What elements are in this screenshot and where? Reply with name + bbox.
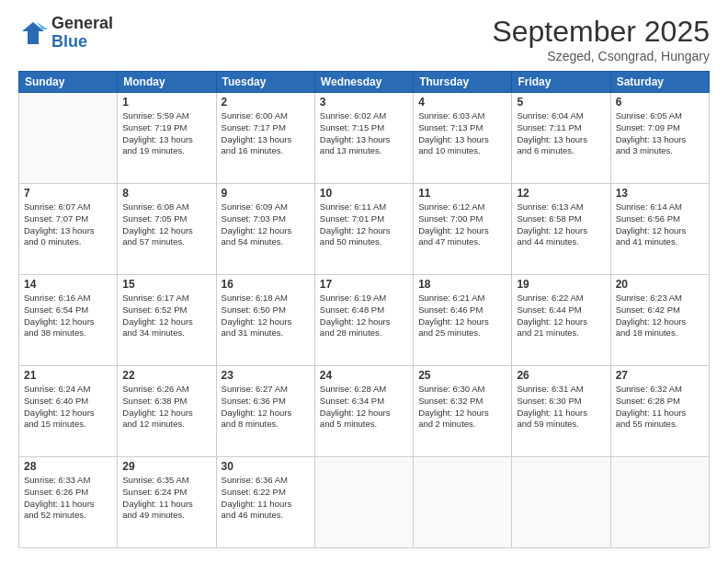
day-number: 15 (122, 278, 210, 291)
day-number: 30 (222, 460, 310, 473)
day-info: Sunrise: 6:07 AM Sunset: 7:07 PM Dayligh… (24, 201, 112, 248)
day-info: Sunrise: 6:14 AM Sunset: 6:56 PM Dayligh… (616, 201, 704, 248)
day-info: Sunrise: 6:17 AM Sunset: 6:52 PM Dayligh… (122, 293, 210, 339)
day-number: 5 (517, 96, 605, 109)
col-saturday: Saturday (610, 72, 709, 93)
calendar-cell: 2Sunrise: 6:00 AM Sunset: 7:17 PM Daylig… (216, 93, 314, 184)
logo-icon (18, 18, 48, 48)
day-info: Sunrise: 6:05 AM Sunset: 7:09 PM Dayligh… (616, 110, 704, 157)
calendar-cell: 9Sunrise: 6:09 AM Sunset: 7:03 PM Daylig… (216, 184, 314, 275)
col-monday: Monday (118, 72, 216, 93)
calendar-week-row: 7Sunrise: 6:07 AM Sunset: 7:07 PM Daylig… (19, 184, 710, 275)
day-number: 21 (24, 369, 112, 382)
day-number: 3 (320, 96, 408, 109)
day-info: Sunrise: 6:32 AM Sunset: 6:28 PM Dayligh… (616, 384, 704, 431)
day-number: 20 (616, 278, 704, 291)
calendar-cell: 19Sunrise: 6:22 AM Sunset: 6:44 PM Dayli… (512, 275, 610, 366)
day-number: 7 (24, 187, 112, 200)
title-block: September 2025 Szeged, Csongrad, Hungary (492, 15, 710, 63)
calendar-cell (610, 457, 709, 548)
calendar: Sunday Monday Tuesday Wednesday Thursday… (18, 71, 710, 548)
logo-general: General (51, 15, 113, 33)
calendar-cell: 4Sunrise: 6:03 AM Sunset: 7:13 PM Daylig… (414, 93, 512, 184)
day-number: 26 (517, 369, 605, 382)
day-info: Sunrise: 6:26 AM Sunset: 6:38 PM Dayligh… (122, 384, 210, 431)
day-number: 22 (122, 369, 210, 382)
day-number: 18 (418, 278, 506, 291)
day-info: Sunrise: 6:09 AM Sunset: 7:03 PM Dayligh… (222, 201, 310, 248)
calendar-cell: 30Sunrise: 6:36 AM Sunset: 6:22 PM Dayli… (216, 457, 314, 548)
day-number: 14 (24, 278, 112, 291)
calendar-cell: 17Sunrise: 6:19 AM Sunset: 6:48 PM Dayli… (314, 275, 413, 366)
location-subtitle: Szeged, Csongrad, Hungary (492, 49, 710, 63)
logo-blue: Blue (51, 33, 113, 52)
day-number: 28 (24, 460, 112, 473)
day-number: 19 (517, 278, 605, 291)
day-info: Sunrise: 6:12 AM Sunset: 7:00 PM Dayligh… (418, 201, 506, 248)
calendar-week-row: 14Sunrise: 6:16 AM Sunset: 6:54 PM Dayli… (19, 275, 710, 366)
day-info: Sunrise: 6:28 AM Sunset: 6:34 PM Dayligh… (320, 384, 408, 431)
day-info: Sunrise: 6:33 AM Sunset: 6:26 PM Dayligh… (24, 475, 112, 522)
calendar-cell: 6Sunrise: 6:05 AM Sunset: 7:09 PM Daylig… (610, 93, 709, 184)
day-info: Sunrise: 6:04 AM Sunset: 7:11 PM Dayligh… (517, 110, 605, 157)
day-number: 25 (418, 369, 506, 382)
col-tuesday: Tuesday (216, 72, 314, 93)
calendar-cell: 23Sunrise: 6:27 AM Sunset: 6:36 PM Dayli… (216, 366, 314, 457)
day-number: 8 (122, 187, 210, 200)
header: General Blue September 2025 Szeged, Cson… (18, 15, 710, 63)
day-info: Sunrise: 5:59 AM Sunset: 7:19 PM Dayligh… (122, 110, 210, 157)
calendar-cell: 24Sunrise: 6:28 AM Sunset: 6:34 PM Dayli… (314, 366, 413, 457)
col-wednesday: Wednesday (314, 72, 413, 93)
calendar-cell: 1Sunrise: 5:59 AM Sunset: 7:19 PM Daylig… (118, 93, 216, 184)
calendar-cell: 14Sunrise: 6:16 AM Sunset: 6:54 PM Dayli… (19, 275, 118, 366)
day-number: 29 (122, 460, 210, 473)
day-info: Sunrise: 6:22 AM Sunset: 6:44 PM Dayligh… (517, 293, 605, 339)
day-info: Sunrise: 6:21 AM Sunset: 6:46 PM Dayligh… (418, 293, 506, 339)
day-number: 13 (616, 187, 704, 200)
col-friday: Friday (512, 72, 610, 93)
calendar-cell (314, 457, 413, 548)
calendar-cell: 10Sunrise: 6:11 AM Sunset: 7:01 PM Dayli… (314, 184, 413, 275)
calendar-cell: 13Sunrise: 6:14 AM Sunset: 6:56 PM Dayli… (610, 184, 709, 275)
day-info: Sunrise: 6:36 AM Sunset: 6:22 PM Dayligh… (222, 475, 310, 522)
day-number: 2 (222, 96, 310, 109)
day-info: Sunrise: 6:31 AM Sunset: 6:30 PM Dayligh… (517, 384, 605, 431)
day-number: 10 (320, 187, 408, 200)
day-info: Sunrise: 6:30 AM Sunset: 6:32 PM Dayligh… (418, 384, 506, 431)
calendar-cell: 29Sunrise: 6:35 AM Sunset: 6:24 PM Dayli… (118, 457, 216, 548)
calendar-cell: 8Sunrise: 6:08 AM Sunset: 7:05 PM Daylig… (118, 184, 216, 275)
calendar-cell: 27Sunrise: 6:32 AM Sunset: 6:28 PM Dayli… (610, 366, 709, 457)
day-number: 12 (517, 187, 605, 200)
day-number: 23 (222, 369, 310, 382)
day-number: 6 (616, 96, 704, 109)
day-number: 17 (320, 278, 408, 291)
day-number: 4 (418, 96, 506, 109)
calendar-cell: 28Sunrise: 6:33 AM Sunset: 6:26 PM Dayli… (19, 457, 118, 548)
day-info: Sunrise: 6:03 AM Sunset: 7:13 PM Dayligh… (418, 110, 506, 157)
calendar-cell: 16Sunrise: 6:18 AM Sunset: 6:50 PM Dayli… (216, 275, 314, 366)
calendar-cell (414, 457, 512, 548)
month-title: September 2025 (492, 15, 710, 49)
calendar-week-row: 1Sunrise: 5:59 AM Sunset: 7:19 PM Daylig… (19, 93, 710, 184)
calendar-cell: 7Sunrise: 6:07 AM Sunset: 7:07 PM Daylig… (19, 184, 118, 275)
calendar-week-row: 21Sunrise: 6:24 AM Sunset: 6:40 PM Dayli… (19, 366, 710, 457)
day-info: Sunrise: 6:02 AM Sunset: 7:15 PM Dayligh… (320, 110, 408, 157)
day-number: 24 (320, 369, 408, 382)
logo: General Blue (18, 15, 113, 52)
col-thursday: Thursday (414, 72, 512, 93)
calendar-cell: 22Sunrise: 6:26 AM Sunset: 6:38 PM Dayli… (118, 366, 216, 457)
calendar-cell: 11Sunrise: 6:12 AM Sunset: 7:00 PM Dayli… (414, 184, 512, 275)
day-info: Sunrise: 6:00 AM Sunset: 7:17 PM Dayligh… (222, 110, 310, 157)
day-info: Sunrise: 6:08 AM Sunset: 7:05 PM Dayligh… (122, 201, 210, 248)
calendar-cell: 15Sunrise: 6:17 AM Sunset: 6:52 PM Dayli… (118, 275, 216, 366)
day-info: Sunrise: 6:23 AM Sunset: 6:42 PM Dayligh… (616, 293, 704, 339)
calendar-week-row: 28Sunrise: 6:33 AM Sunset: 6:26 PM Dayli… (19, 457, 710, 548)
logo-text: General Blue (51, 15, 113, 52)
day-info: Sunrise: 6:35 AM Sunset: 6:24 PM Dayligh… (122, 475, 210, 522)
calendar-header-row: Sunday Monday Tuesday Wednesday Thursday… (19, 72, 710, 93)
day-number: 1 (122, 96, 210, 109)
day-number: 9 (222, 187, 310, 200)
day-info: Sunrise: 6:11 AM Sunset: 7:01 PM Dayligh… (320, 201, 408, 248)
calendar-cell (512, 457, 610, 548)
calendar-cell: 3Sunrise: 6:02 AM Sunset: 7:15 PM Daylig… (314, 93, 413, 184)
